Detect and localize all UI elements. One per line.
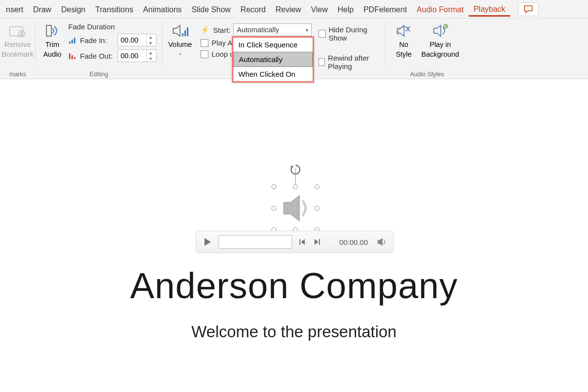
start-dropdown-value: Automatically	[237, 26, 279, 34]
fade-in-down[interactable]: ▼	[147, 40, 155, 46]
dropdown-option-clicked[interactable]: When Clicked On	[233, 67, 313, 81]
start-dropdown[interactable]: Automatically ▾ In Click Sequence Automa…	[233, 23, 312, 36]
play-background-icon	[432, 23, 449, 38]
fade-out-icon	[68, 51, 77, 60]
remove-bookmark-label1: Remove	[4, 40, 31, 49]
group-audio-options: Volume ⌄ ⚡ Start: Automatically ▾ In Cli…	[162, 19, 385, 79]
remove-bookmark-label2: Bookmark	[1, 50, 33, 59]
skip-back-button[interactable]	[298, 238, 307, 246]
no-style-label1: No	[399, 40, 408, 49]
trim-audio-icon	[44, 23, 61, 38]
loop-label: Loop u	[211, 50, 234, 58]
skip-forward-button[interactable]	[313, 238, 321, 246]
volume-icon	[171, 23, 189, 38]
group-label-bookmarks: marks	[9, 71, 26, 78]
svg-rect-14	[299, 239, 300, 245]
tab-review[interactable]: Review	[271, 2, 306, 16]
tab-draw[interactable]: Draw	[28, 2, 56, 16]
hide-during-label: Hide During Show	[329, 25, 381, 42]
svg-rect-12	[187, 27, 188, 36]
rotation-icon	[289, 163, 302, 176]
selection-handle-n[interactable]	[293, 184, 298, 189]
tab-animations[interactable]: Animations	[138, 2, 186, 16]
dropdown-option-sequence[interactable]: In Click Sequence	[233, 38, 313, 52]
fade-in-up[interactable]: ▲	[147, 34, 155, 40]
no-style-label2: Style	[396, 50, 411, 59]
player-time: 00:00.00	[339, 238, 368, 246]
progress-bar[interactable]	[219, 235, 292, 249]
selection-handle-nw[interactable]	[271, 184, 276, 189]
slide-subtitle[interactable]: Welcome to the presentation	[0, 323, 588, 341]
loop-checkbox[interactable]	[201, 50, 208, 58]
tab-insert[interactable]: nsert	[1, 2, 28, 16]
fade-out-value[interactable]	[118, 51, 146, 61]
group-label-editing: Editing	[90, 71, 108, 78]
svg-rect-7	[69, 53, 70, 59]
svg-rect-4	[69, 42, 70, 44]
start-label: Start:	[213, 26, 230, 34]
dropdown-option-automatically[interactable]: Automatically	[233, 52, 313, 67]
lightning-icon: ⚡	[201, 26, 209, 34]
rotation-handle[interactable]	[289, 163, 302, 178]
group-label-audiostyles: Audio Styles	[410, 71, 444, 78]
svg-rect-15	[319, 239, 320, 245]
comments-button[interactable]	[518, 2, 539, 16]
volume-label: Volume	[168, 40, 192, 49]
speaker-icon	[274, 187, 317, 230]
no-style-button[interactable]: No Style	[393, 22, 414, 60]
fade-out-input[interactable]: ▲▼	[117, 49, 157, 62]
selection-handle-e[interactable]	[315, 206, 319, 211]
comment-icon	[523, 5, 533, 14]
slide-canvas[interactable]: 00:00.00 Anderson Company Welcome to the…	[0, 79, 588, 392]
tab-record[interactable]: Record	[236, 2, 271, 16]
volume-caret-icon: ⌄	[178, 50, 182, 56]
svg-rect-9	[74, 57, 75, 59]
fade-out-down[interactable]: ▼	[147, 56, 155, 62]
tab-audioformat[interactable]: Audio Format	[412, 2, 469, 16]
dropdown-caret-icon: ▾	[306, 27, 308, 33]
fade-in-icon	[68, 36, 77, 44]
play-button[interactable]	[202, 237, 213, 247]
remove-bookmark-button: Remove Bookmark	[0, 22, 36, 60]
fade-in-input[interactable]: ▲▼	[117, 34, 157, 46]
trim-audio-button[interactable]: Trim Audio	[41, 22, 63, 60]
tab-design[interactable]: Design	[56, 2, 90, 16]
rewind-checkbox[interactable]	[318, 58, 325, 66]
tab-view[interactable]: View	[306, 2, 333, 16]
svg-rect-8	[71, 55, 73, 59]
fade-out-label: Fade Out:	[80, 52, 114, 60]
tab-playback[interactable]: Playback	[469, 2, 510, 17]
tab-help[interactable]: Help	[333, 2, 359, 16]
svg-rect-5	[71, 40, 73, 44]
audio-player: 00:00.00	[196, 231, 394, 253]
selection-handle-w[interactable]	[271, 206, 276, 211]
start-dropdown-list: In Click Sequence Automatically When Cli…	[232, 36, 314, 83]
trim-audio-label2: Audio	[43, 50, 61, 59]
tab-transitions[interactable]: Transitions	[90, 2, 138, 16]
hide-during-checkbox[interactable]	[318, 30, 325, 38]
no-style-icon	[395, 23, 412, 38]
play-background-button[interactable]: Play in Background	[419, 22, 461, 60]
slide: 00:00.00 Anderson Company Welcome to the…	[0, 84, 588, 387]
tab-slideshow[interactable]: Slide Show	[187, 2, 236, 16]
fade-duration-label: Fade Duration	[68, 22, 115, 31]
play-background-label1: Play in	[430, 40, 451, 49]
play-background-label2: Background	[421, 50, 459, 59]
fade-in-value[interactable]	[118, 35, 146, 45]
selection-handle-ne[interactable]	[315, 184, 319, 189]
tab-pdfelement[interactable]: PDFelement	[359, 2, 412, 16]
rewind-label: Rewind after Playing	[328, 54, 381, 70]
fade-out-up[interactable]: ▲	[147, 50, 155, 56]
group-editing: Trim Audio Fade Duration Fade In: ▲▼	[36, 19, 162, 79]
svg-rect-10	[182, 33, 183, 36]
remove-bookmark-icon	[9, 23, 26, 38]
play-across-label: Play A	[211, 39, 232, 47]
svg-rect-6	[74, 38, 75, 44]
ribbon: Remove Bookmark marks Trim Audio	[0, 19, 588, 79]
volume-button[interactable]: Volume ⌄	[166, 22, 194, 57]
audio-object[interactable]	[274, 187, 317, 230]
player-volume-button[interactable]	[377, 237, 387, 247]
play-across-checkbox[interactable]	[201, 39, 208, 47]
trim-audio-label1: Trim	[45, 40, 59, 49]
slide-title[interactable]: Anderson Company	[0, 265, 588, 306]
